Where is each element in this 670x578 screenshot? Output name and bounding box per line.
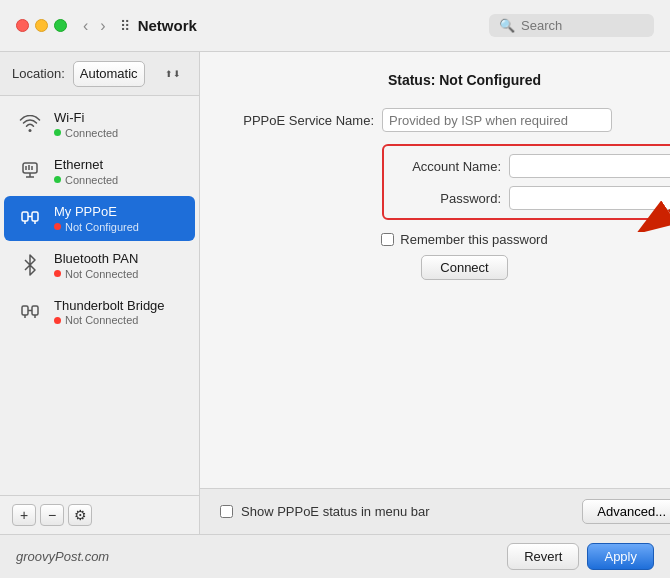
- account-name-label: Account Name:: [396, 159, 501, 174]
- network-item-thunderbolt[interactable]: Thunderbolt Bridge Not Connected: [4, 290, 195, 335]
- pppoe-service-label: PPPoE Service Name:: [224, 113, 374, 128]
- network-item-ethernet[interactable]: Ethernet Connected: [4, 149, 195, 194]
- status-dot-red: [54, 317, 61, 324]
- svg-rect-0: [23, 163, 37, 173]
- search-icon: 🔍: [499, 18, 515, 33]
- show-menu-bar-label: Show PPPoE status in menu bar: [241, 504, 574, 519]
- status-value: Not Configured: [439, 72, 541, 88]
- network-item-pppoe[interactable]: My PPPoE Not Configured: [4, 196, 195, 241]
- pppoe-service-row: PPPoE Service Name:: [224, 108, 670, 132]
- status-dot-red: [54, 223, 61, 230]
- ethernet-info: Ethernet Connected: [54, 157, 118, 186]
- nav-arrows: ‹ ›: [79, 16, 110, 36]
- status-dot-green: [54, 129, 61, 136]
- window-footer: groovyPost.com Revert Apply: [0, 534, 670, 578]
- sidebar-actions: + − ⚙: [0, 495, 199, 534]
- settings-button[interactable]: ⚙: [68, 504, 92, 526]
- remember-password-row: Remember this password: [224, 232, 670, 247]
- ethernet-icon: [16, 157, 44, 185]
- advanced-button[interactable]: Advanced...: [582, 499, 670, 524]
- show-menu-bar-checkbox[interactable]: [220, 505, 233, 518]
- apply-button[interactable]: Apply: [587, 543, 654, 570]
- panel-bottom-row: Show PPPoE status in menu bar Advanced..…: [200, 488, 670, 534]
- grid-icon: ⠿: [120, 18, 130, 34]
- search-bar: 🔍: [489, 14, 654, 37]
- bluetooth-pan-info: Bluetooth PAN Not Connected: [54, 251, 138, 280]
- remember-password-checkbox[interactable]: [381, 233, 394, 246]
- pppoe-info: My PPPoE Not Configured: [54, 204, 139, 233]
- status-label: Status:: [388, 72, 435, 88]
- status-dot-green: [54, 176, 61, 183]
- add-network-button[interactable]: +: [12, 504, 36, 526]
- right-panel: Status: Not Configured PPPoE Service Nam…: [200, 52, 670, 534]
- svg-rect-7: [32, 212, 38, 221]
- password-label: Password:: [396, 191, 501, 206]
- svg-rect-6: [22, 212, 28, 221]
- forward-button[interactable]: ›: [96, 16, 109, 36]
- remember-password-label: Remember this password: [400, 232, 547, 247]
- search-input[interactable]: [521, 18, 644, 33]
- traffic-lights: [16, 19, 67, 32]
- status-row: Status: Not Configured: [224, 72, 670, 88]
- window-title: Network: [138, 17, 489, 34]
- pppoe-service-input[interactable]: [382, 108, 612, 132]
- thunderbolt-icon: [16, 298, 44, 326]
- thunderbolt-info: Thunderbolt Bridge Not Connected: [54, 298, 165, 327]
- maximize-button[interactable]: [54, 19, 67, 32]
- network-item-wifi[interactable]: Wi-Fi Connected: [4, 102, 195, 147]
- status-dot-red: [54, 270, 61, 277]
- back-button[interactable]: ‹: [79, 16, 92, 36]
- wifi-info: Wi-Fi Connected: [54, 110, 118, 139]
- location-label: Location:: [12, 66, 65, 81]
- connect-button[interactable]: Connect: [421, 255, 507, 280]
- network-list: Wi-Fi Connected: [0, 96, 199, 495]
- pppoe-icon: [16, 204, 44, 232]
- remove-network-button[interactable]: −: [40, 504, 64, 526]
- svg-rect-12: [32, 306, 38, 315]
- panel-content: Status: Not Configured PPPoE Service Nam…: [200, 52, 670, 488]
- main-content: Location: Automatic Wi: [0, 52, 670, 534]
- svg-rect-11: [22, 306, 28, 315]
- title-bar: ‹ › ⠿ Network 🔍: [0, 0, 670, 52]
- wifi-icon: [16, 110, 44, 138]
- branding-label: groovyPost.com: [16, 549, 109, 564]
- sidebar: Location: Automatic Wi: [0, 52, 200, 534]
- arrow-indicator: [609, 102, 670, 236]
- revert-button[interactable]: Revert: [507, 543, 579, 570]
- bluetooth-icon: [16, 251, 44, 279]
- close-button[interactable]: [16, 19, 29, 32]
- footer-buttons: Revert Apply: [507, 543, 654, 570]
- network-item-bluetooth-pan[interactable]: Bluetooth PAN Not Connected: [4, 243, 195, 288]
- location-select[interactable]: Automatic: [73, 61, 145, 87]
- minimize-button[interactable]: [35, 19, 48, 32]
